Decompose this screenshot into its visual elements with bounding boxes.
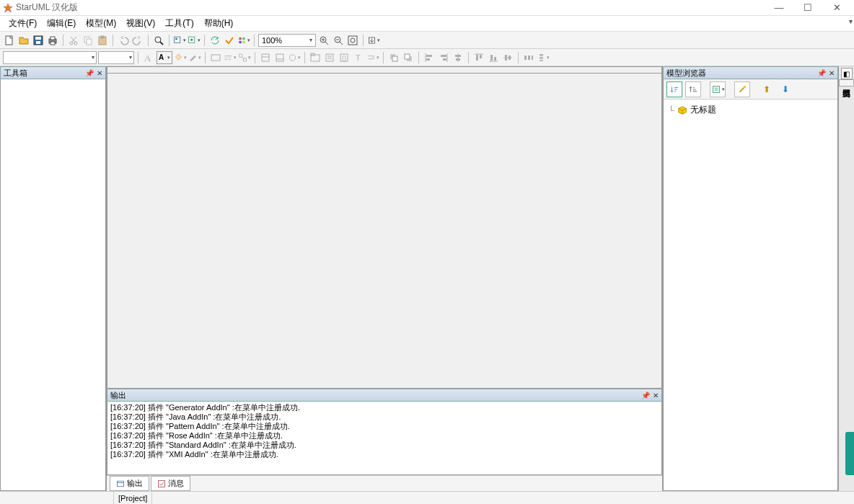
align-center-icon[interactable] bbox=[452, 51, 465, 64]
send-back-icon[interactable] bbox=[402, 51, 415, 64]
zoom-out-icon[interactable] bbox=[332, 34, 345, 47]
menu-tool[interactable]: 工具(T) bbox=[161, 16, 198, 31]
fill-color-button[interactable] bbox=[174, 51, 187, 64]
svg-rect-33 bbox=[348, 36, 357, 45]
down-arrow-icon[interactable]: ⬇ bbox=[778, 81, 793, 97]
tab-output[interactable]: 输出 bbox=[110, 476, 149, 491]
svg-line-29 bbox=[325, 42, 328, 45]
svg-rect-47 bbox=[276, 54, 283, 61]
show-namespace-button[interactable] bbox=[309, 51, 322, 64]
diagram-canvas[interactable] bbox=[107, 74, 662, 389]
browser-pin-icon[interactable]: 📌 bbox=[817, 69, 826, 77]
settings-icon[interactable] bbox=[237, 34, 250, 47]
copy-icon[interactable] bbox=[82, 34, 94, 47]
browser-close-icon[interactable]: ✕ bbox=[829, 69, 835, 77]
toolbar-standard: 100%▾ bbox=[0, 32, 854, 49]
show-visibility-button[interactable] bbox=[288, 51, 301, 64]
align-top-icon[interactable] bbox=[472, 51, 485, 64]
title-bar: StarUML 汉化版 — ☐ ✕ bbox=[0, 0, 854, 16]
space-vert-icon[interactable] bbox=[537, 51, 550, 64]
output-line: [16:37:20] 插件 "XMI AddIn" :在菜单中注册成功. bbox=[110, 450, 659, 459]
toolbox-title: 工具箱 bbox=[4, 68, 27, 79]
show-type-button[interactable]: T bbox=[352, 51, 365, 64]
word-wrap-button[interactable] bbox=[366, 51, 379, 64]
align-middle-icon[interactable] bbox=[501, 51, 514, 64]
find-icon[interactable] bbox=[152, 34, 165, 47]
wand-icon[interactable] bbox=[734, 81, 750, 97]
space-horiz-icon[interactable] bbox=[522, 51, 535, 64]
app-logo-icon bbox=[3, 3, 13, 13]
output-body[interactable]: [16:37:20] 插件 "Generator AddIn" :在菜单中注册成… bbox=[107, 402, 662, 475]
tab-message[interactable]: 消息 bbox=[151, 476, 190, 491]
output-tab-icon bbox=[116, 479, 125, 488]
stereotype-button[interactable] bbox=[209, 51, 222, 64]
menu-edit[interactable]: 编辑(E) bbox=[43, 16, 80, 31]
toolbar-overflow-icon[interactable]: ▾ bbox=[849, 17, 853, 25]
app-title: StarUML 汉化版 bbox=[16, 1, 765, 14]
font-button[interactable]: A bbox=[142, 51, 155, 64]
show-property-button[interactable] bbox=[323, 51, 336, 64]
svg-rect-67 bbox=[441, 55, 446, 57]
output-header: 输出 📌✕ bbox=[107, 389, 662, 402]
menu-help[interactable]: 帮助(H) bbox=[200, 16, 238, 31]
line-color-button[interactable] bbox=[188, 51, 201, 64]
print-icon[interactable] bbox=[46, 34, 59, 47]
model-add-icon[interactable] bbox=[188, 34, 201, 47]
open-icon[interactable] bbox=[17, 34, 30, 47]
svg-rect-13 bbox=[87, 39, 92, 45]
filter-icon[interactable] bbox=[710, 81, 726, 97]
close-button[interactable]: ✕ bbox=[822, 0, 851, 16]
menu-view[interactable]: 视图(V) bbox=[122, 16, 159, 31]
font-combo[interactable] bbox=[3, 51, 97, 64]
font-size-combo[interactable] bbox=[98, 51, 134, 64]
scroll-indicator bbox=[845, 432, 854, 475]
verify-icon[interactable] bbox=[223, 34, 236, 47]
minimize-button[interactable]: — bbox=[765, 0, 793, 16]
svg-marker-0 bbox=[4, 3, 12, 12]
status-cell-left bbox=[0, 492, 114, 504]
maximize-button[interactable]: ☐ bbox=[793, 0, 822, 16]
align-bottom-icon[interactable] bbox=[487, 51, 500, 64]
refresh-icon[interactable] bbox=[208, 34, 221, 47]
model-tree[interactable]: └ 无标题 bbox=[664, 100, 837, 120]
sort-desc-icon[interactable] bbox=[685, 81, 701, 97]
svg-rect-65 bbox=[426, 58, 430, 61]
pin-icon[interactable]: 📌 bbox=[85, 69, 94, 77]
bottom-tab-bar: 输出 消息 bbox=[107, 475, 662, 491]
zoom-in-icon[interactable] bbox=[317, 34, 330, 47]
browser-toolbar: ⬆ ⬇ bbox=[664, 79, 837, 100]
align-left-icon[interactable] bbox=[423, 51, 436, 64]
dock-tab-browser[interactable]: 模型浏览器 bbox=[839, 79, 854, 87]
dock-tab-icon[interactable]: ◧ bbox=[841, 68, 853, 79]
diagram-add-icon[interactable] bbox=[173, 34, 186, 47]
canvas-tabbar[interactable] bbox=[107, 66, 662, 74]
save-icon[interactable] bbox=[32, 34, 45, 47]
font-color-button[interactable]: A bbox=[157, 51, 172, 64]
up-arrow-icon[interactable]: ⬆ bbox=[759, 81, 775, 97]
export-icon[interactable] bbox=[367, 34, 380, 47]
paste-icon[interactable] bbox=[96, 34, 109, 47]
menu-file[interactable]: 文件(F) bbox=[4, 16, 41, 31]
undo-icon[interactable] bbox=[117, 34, 130, 47]
suppress-op-button[interactable] bbox=[273, 51, 286, 64]
model-browser-title: 模型浏览器 bbox=[666, 68, 706, 79]
align-right-icon[interactable] bbox=[437, 51, 450, 64]
new-icon[interactable] bbox=[3, 34, 16, 47]
sort-asc-icon[interactable] bbox=[666, 81, 682, 97]
auto-layout-button[interactable] bbox=[238, 51, 251, 64]
show-operation-button[interactable]: () bbox=[338, 51, 351, 64]
cut-icon[interactable] bbox=[67, 34, 80, 47]
close-panel-icon[interactable]: ✕ bbox=[97, 69, 102, 77]
zoom-fit-icon[interactable] bbox=[346, 34, 359, 47]
output-pin-icon[interactable]: 📌 bbox=[641, 392, 650, 399]
zoom-combo[interactable]: 100%▾ bbox=[258, 34, 316, 47]
suppress-attr-button[interactable] bbox=[259, 51, 272, 64]
menu-model[interactable]: 模型(M) bbox=[82, 16, 120, 31]
tree-root-item[interactable]: └ 无标题 bbox=[668, 104, 833, 116]
output-close-icon[interactable]: ✕ bbox=[653, 392, 659, 399]
svg-point-16 bbox=[155, 37, 161, 43]
redo-icon[interactable] bbox=[131, 34, 144, 47]
bring-front-icon[interactable] bbox=[387, 51, 400, 64]
svg-text:A: A bbox=[144, 53, 151, 63]
line-style-button[interactable] bbox=[224, 51, 237, 64]
